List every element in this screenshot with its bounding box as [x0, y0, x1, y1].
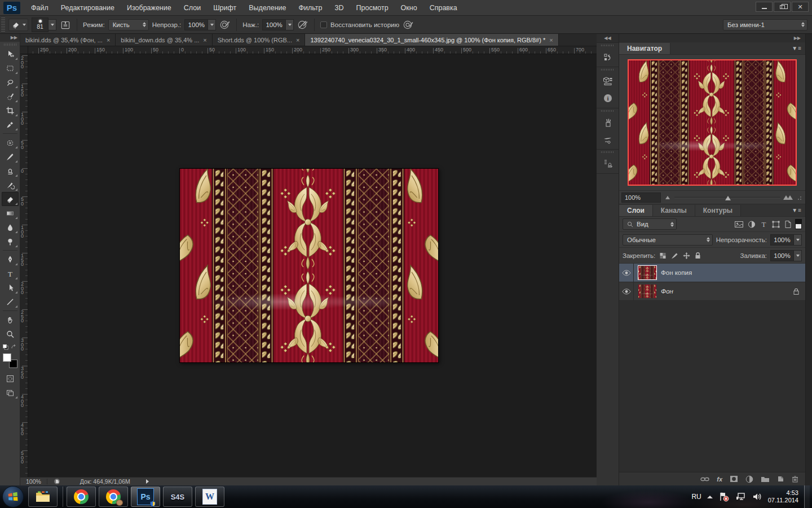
filter-smart-objects-icon[interactable]: [784, 220, 792, 229]
rectangular-marquee-tool[interactable]: [2, 61, 19, 75]
vertical-ruler[interactable]: 2 0 01 5 01 0 05 005 01 0 01 5 02 0 02 5…: [20, 54, 28, 477]
menu-item-11[interactable]: Справка: [423, 0, 464, 16]
layer-row-fon[interactable]: Фон: [619, 282, 805, 301]
new-layer-icon[interactable]: [777, 475, 784, 483]
taskbar-word-button[interactable]: W: [195, 487, 224, 507]
volume-icon[interactable]: [752, 492, 762, 501]
lasso-tool[interactable]: [2, 75, 19, 89]
minimize-button[interactable]: [756, 2, 773, 12]
flow-pressure-button[interactable]: [297, 20, 308, 30]
layer-name[interactable]: Фон копия: [661, 269, 692, 276]
brush-panel-button[interactable]: [599, 115, 617, 130]
status-menu-arrow-icon[interactable]: [146, 479, 149, 484]
quick-selection-tool[interactable]: [2, 89, 19, 103]
status-zoom-value[interactable]: 100%: [26, 478, 41, 485]
opacity-drop-button[interactable]: [208, 19, 216, 30]
channels-tab[interactable]: Каналы: [653, 205, 695, 216]
quick-mask-button[interactable]: [2, 371, 19, 386]
layer-row-fon-kopiya[interactable]: Фон копия: [619, 264, 805, 282]
add-layer-mask-icon[interactable]: [730, 475, 738, 483]
opacity-field[interactable]: 100%: [184, 19, 216, 30]
new-adjustment-layer-icon[interactable]: [745, 475, 753, 483]
history-brush-tool[interactable]: [2, 178, 19, 192]
airbrush-button[interactable]: [403, 20, 414, 30]
line-tool[interactable]: [2, 295, 19, 309]
tray-expand-icon[interactable]: [707, 496, 713, 498]
pen-tool[interactable]: [2, 252, 19, 266]
group-gripper[interactable]: [601, 45, 615, 46]
canvas-pasteboard[interactable]: [28, 54, 597, 477]
show-desktop-button[interactable]: [804, 485, 810, 508]
doc-tab-1[interactable]: bikini.dds @ 35,4% (Фон, ...×: [20, 34, 116, 46]
network-icon[interactable]: [735, 492, 747, 501]
ruler-origin-corner[interactable]: [20, 46, 28, 54]
toolbar-collapse-button[interactable]: ▶▶: [0, 34, 20, 42]
brush-tool[interactable]: [2, 150, 19, 164]
workspace-switcher[interactable]: Без имени-1: [723, 19, 807, 30]
close-button[interactable]: ✕: [792, 2, 809, 12]
lock-all-icon[interactable]: [694, 252, 701, 260]
lock-transparency-icon[interactable]: [659, 252, 667, 260]
action-center-flag-icon[interactable]: [718, 492, 730, 502]
taskbar-photoshop-button[interactable]: Ps: [131, 487, 160, 507]
doc-tab-3[interactable]: Short.dds @ 100% (RGB...×: [213, 34, 306, 46]
menu-item-3[interactable]: Изображение: [121, 0, 178, 16]
brush-preset-picker[interactable]: 81: [32, 17, 56, 32]
group-gripper[interactable]: [601, 151, 615, 153]
layer-style-button[interactable]: fx: [717, 476, 722, 483]
path-selection-tool[interactable]: [2, 281, 19, 295]
slider-thumb[interactable]: [725, 196, 731, 200]
info-panel-button[interactable]: i: [599, 91, 617, 106]
zoom-out-icon[interactable]: [665, 196, 670, 199]
zoom-tool[interactable]: [2, 327, 19, 341]
layer-fill-drop-button[interactable]: [794, 250, 802, 261]
toggle-brush-panel-button[interactable]: [60, 20, 71, 30]
filter-toggle-switch[interactable]: [795, 219, 802, 229]
screen-mode-button[interactable]: [2, 386, 19, 400]
layer-visibility-toggle[interactable]: [619, 282, 634, 300]
layer-opacity-drop-button[interactable]: [794, 234, 802, 246]
tab-close-icon[interactable]: ×: [203, 37, 206, 43]
new-group-icon[interactable]: [761, 476, 770, 483]
delete-layer-icon[interactable]: [792, 475, 798, 483]
tab-close-icon[interactable]: ×: [549, 37, 553, 43]
strip-collapse-button[interactable]: ◀◀: [597, 34, 619, 42]
gradient-tool[interactable]: [2, 206, 19, 220]
taskbar-chrome-button[interactable]: [67, 487, 96, 507]
link-layers-icon[interactable]: [700, 476, 709, 482]
lock-position-icon[interactable]: [682, 252, 691, 260]
move-tool[interactable]: [2, 47, 19, 61]
menu-item-4[interactable]: Слои: [178, 0, 207, 16]
filter-shape-layers-icon[interactable]: [771, 220, 780, 229]
group-gripper[interactable]: [601, 69, 615, 71]
opacity-pressure-button[interactable]: [219, 20, 231, 30]
clone-stamp-tool[interactable]: [2, 164, 19, 178]
history-panel-button[interactable]: [599, 50, 617, 64]
navigator-tab[interactable]: Навигатор: [619, 43, 670, 54]
options-gripper[interactable]: [1, 17, 5, 32]
menu-item-5[interactable]: Шрифт: [207, 0, 242, 16]
zoom-in-icon[interactable]: [785, 195, 793, 200]
language-indicator[interactable]: RU: [691, 493, 701, 501]
panels-collapse-button[interactable]: ▶▶: [619, 34, 805, 42]
menu-item-10[interactable]: Окно: [395, 0, 423, 16]
filter-adjustment-layers-icon[interactable]: [747, 220, 756, 229]
navigator-zoom-field[interactable]: 100%: [621, 192, 661, 203]
layer-opacity-field[interactable]: 100%: [770, 234, 802, 246]
taskbar-chrome-profile-button[interactable]: [99, 487, 128, 507]
tab-close-icon[interactable]: ×: [107, 37, 110, 43]
restore-history-checkbox[interactable]: [320, 21, 327, 28]
layers-panel-menu-icon[interactable]: ▼≡: [792, 207, 802, 213]
eraser-tool[interactable]: [2, 192, 19, 206]
taskbar-s4s-button[interactable]: S4S: [163, 487, 192, 507]
layers-tab[interactable]: Слои: [619, 205, 653, 216]
menu-item-7[interactable]: Фильтр: [293, 0, 329, 16]
menu-item-8[interactable]: 3D: [329, 0, 350, 16]
filter-type-layers-icon[interactable]: T: [760, 220, 768, 229]
dodge-tool[interactable]: [2, 234, 19, 248]
type-tool[interactable]: T: [2, 266, 19, 281]
group-gripper[interactable]: [601, 110, 615, 112]
tool-preset-picker[interactable]: [8, 19, 28, 31]
flow-drop-button[interactable]: [286, 19, 294, 30]
horizontal-ruler[interactable]: 2502001501005005010015020025030035040045…: [28, 46, 597, 54]
